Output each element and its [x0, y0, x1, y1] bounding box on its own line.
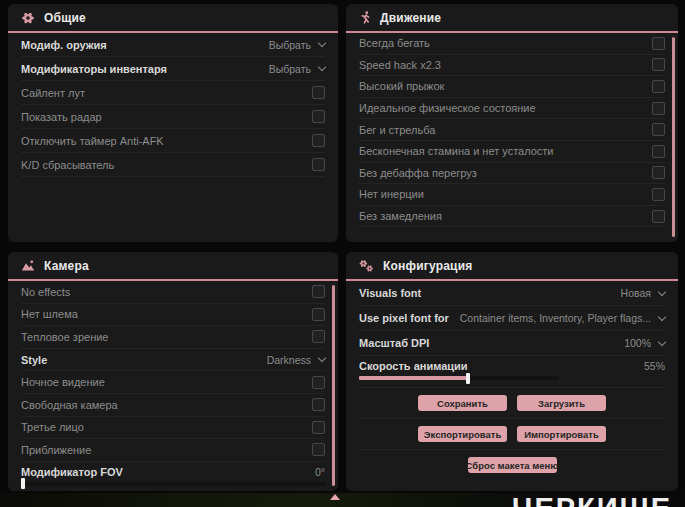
checkbox[interactable]	[652, 210, 665, 223]
scrollbar[interactable]	[672, 37, 675, 237]
checkbox[interactable]	[652, 166, 665, 179]
dropdown-value: Container items, Inventory, Player flags…	[460, 312, 651, 324]
row-label: Style	[21, 354, 47, 366]
checkbox[interactable]	[652, 145, 665, 158]
panel-camera-header: Камера	[8, 252, 338, 281]
dropdown[interactable]: 100%	[624, 337, 665, 349]
checkbox[interactable]	[652, 58, 665, 71]
checkbox[interactable]	[312, 330, 325, 343]
checkbox[interactable]	[312, 421, 325, 434]
scrollbar[interactable]	[332, 285, 335, 486]
row-label: Высокий прыжок	[359, 80, 444, 92]
chevron-down-icon	[318, 354, 326, 362]
slider-handle[interactable]	[21, 478, 25, 489]
row-label: Третье лицо	[21, 421, 84, 433]
row-checkbox[interactable]: Тепловое зрение	[21, 326, 325, 349]
button-row: ЭкспортироватьИмпортировать	[359, 419, 665, 450]
chevron-down-icon	[658, 337, 666, 345]
chevron-down-icon	[318, 63, 326, 71]
config-button[interactable]: Сброс макета меню	[468, 457, 557, 473]
slider-value: 0°	[315, 466, 325, 478]
cursor-triangle-icon	[330, 494, 340, 500]
row-checkbox[interactable]: Бег и стрельба	[359, 119, 665, 141]
row-slider[interactable]: Модификатор FOV0°	[21, 462, 325, 491]
checkbox[interactable]	[652, 80, 665, 93]
row-checkbox[interactable]: Показать радар	[21, 105, 325, 129]
row-checkbox[interactable]: Всегда бегать	[359, 33, 665, 55]
checkbox[interactable]	[312, 398, 325, 411]
row-checkbox[interactable]: Идеальное физическое состояние	[359, 98, 665, 120]
checkbox[interactable]	[312, 443, 325, 456]
chevron-down-icon	[318, 39, 326, 47]
row-label: Тепловое зрение	[21, 331, 108, 343]
row-label: Нет инерции	[359, 188, 424, 200]
checkbox[interactable]	[312, 86, 325, 99]
row-slider[interactable]: Скорость анимации55%	[359, 356, 665, 388]
row-label: Отключить таймер Anti-AFK	[21, 135, 164, 147]
dropdown[interactable]: Новая	[621, 287, 665, 299]
dropdown[interactable]: Darkness	[267, 354, 325, 366]
row-label: Ночное видение	[21, 376, 105, 388]
dropdown[interactable]: Выбрать	[269, 39, 325, 51]
row-checkbox[interactable]: Ночное видение	[21, 371, 325, 394]
row-dropdown[interactable]: StyleDarkness	[21, 349, 325, 372]
watermark-text: ЧЕРКИШЕ	[512, 492, 672, 507]
dropdown[interactable]: Выбрать	[269, 63, 325, 75]
row-checkbox[interactable]: Нет инерции	[359, 184, 665, 206]
panel-camera-rows: No effectsНет шлемаТепловое зрениеStyleD…	[8, 281, 338, 491]
row-dropdown[interactable]: Visuals fontНовая	[359, 281, 665, 306]
row-checkbox[interactable]: Бесконечная стамина и нет усталости	[359, 141, 665, 163]
row-checkbox[interactable]: Нет шлема	[21, 304, 325, 327]
checkbox[interactable]	[652, 102, 665, 115]
row-checkbox[interactable]: Высокий прыжок	[359, 76, 665, 98]
slider-track[interactable]	[21, 482, 325, 486]
row-checkbox[interactable]: Свободная камера	[21, 394, 325, 417]
button-row: СохранитьЗагрузить	[359, 388, 665, 419]
row-label: Свободная камера	[21, 399, 118, 411]
row-label: K/D сбрасыватель	[21, 159, 114, 171]
row-label: Приближение	[21, 444, 91, 456]
row-dropdown[interactable]: Модиф. оружияВыбрать	[21, 33, 325, 57]
row-label: Бесконечная стамина и нет усталости	[359, 145, 554, 157]
row-checkbox[interactable]: Сайлент лут	[21, 81, 325, 105]
checkbox[interactable]	[312, 110, 325, 123]
row-dropdown[interactable]: Use pixel font forContainer items, Inven…	[359, 306, 665, 331]
checkbox[interactable]	[652, 188, 665, 201]
dropdown-value: 100%	[624, 337, 651, 349]
row-checkbox[interactable]: Без замедления	[359, 206, 665, 228]
slider-handle[interactable]	[466, 373, 470, 384]
row-label: Visuals font	[359, 287, 421, 299]
config-button[interactable]: Сохранить	[418, 395, 507, 411]
slider-track[interactable]	[359, 376, 559, 380]
checkbox[interactable]	[312, 158, 325, 171]
checkbox[interactable]	[312, 308, 325, 321]
config-button[interactable]: Загрузить	[517, 395, 606, 411]
row-label: Скорость анимации	[359, 360, 468, 372]
checkbox[interactable]	[312, 134, 325, 147]
row-checkbox[interactable]: Speed hack x2.3	[359, 55, 665, 77]
row-checkbox[interactable]: No effects	[21, 281, 325, 304]
row-checkbox[interactable]: K/D сбрасыватель	[21, 153, 325, 177]
row-checkbox[interactable]: Отключить таймер Anti-AFK	[21, 129, 325, 153]
panel-movement: Движение Всегда бегатьSpeed hack x2.3Выс…	[346, 4, 678, 242]
row-label: Всегда бегать	[359, 37, 430, 49]
checkbox[interactable]	[652, 37, 665, 50]
panel-title: Камера	[44, 259, 89, 273]
row-label: Speed hack x2.3	[359, 59, 441, 71]
slider-fill	[359, 376, 469, 380]
row-dropdown[interactable]: Модификаторы инвентаряВыбрать	[21, 57, 325, 81]
checkbox[interactable]	[312, 376, 325, 389]
row-label: Сайлент лут	[21, 87, 85, 99]
chevron-down-icon	[658, 312, 666, 320]
row-label: Без дебаффа перегруз	[359, 167, 477, 179]
config-button[interactable]: Импортировать	[517, 426, 606, 442]
panel-config: Конфигурация Visuals fontНоваяUse pixel …	[346, 252, 678, 491]
row-checkbox[interactable]: Третье лицо	[21, 417, 325, 440]
config-button[interactable]: Экспортировать	[418, 426, 507, 442]
row-checkbox[interactable]: Приближение	[21, 439, 325, 462]
row-checkbox[interactable]: Без дебаффа перегруз	[359, 163, 665, 185]
dropdown[interactable]: Container items, Inventory, Player flags…	[460, 312, 665, 324]
checkbox[interactable]	[652, 123, 665, 136]
row-dropdown[interactable]: Масштаб DPI100%	[359, 331, 665, 356]
checkbox[interactable]	[312, 285, 325, 298]
